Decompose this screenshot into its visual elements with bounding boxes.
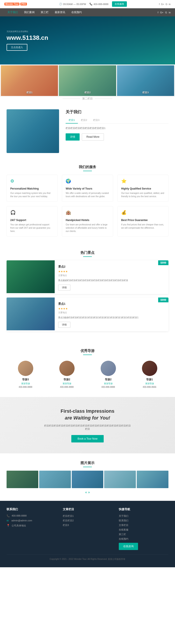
- nav-col3[interactable]: 第三栏: [38, 8, 52, 16]
- hotspot-meta-1: 主要地点: [58, 274, 165, 277]
- nav-about[interactable]: 关于我们: [4, 8, 21, 16]
- guide-phone-1: 400-888-8888: [9, 386, 42, 388]
- nav-googleplus-icon[interactable]: G+: [160, 11, 164, 14]
- footer-quick-link-2[interactable]: 联系我们: [119, 519, 168, 522]
- google-icon[interactable]: G: [166, 3, 168, 6]
- category-label-1: 栏目1: [1, 91, 58, 94]
- footer-link-1[interactable]: 栏目栏目1: [63, 514, 112, 518]
- gallery-section: 图片展示 « »: [0, 454, 175, 501]
- logo: Wonder Tour PRO: [4, 2, 27, 6]
- about-tabs: 栏目1 栏目2 栏目3: [66, 117, 168, 124]
- footer-address-item: 📍 公司具体地址: [6, 524, 56, 527]
- nav-linkedin-icon[interactable]: in: [169, 11, 170, 14]
- hero-section: 无忧旅游网完全原创网站 www.51138.cn 立点击进入: [0, 16, 175, 64]
- qualified-service-icon: ⭐: [121, 178, 128, 185]
- gallery-item-2[interactable]: [39, 471, 71, 488]
- hotspots-title: 热门景点: [6, 245, 168, 260]
- guide-name-2: 导游2: [50, 378, 84, 382]
- footer-address-text: 公司具体地址: [12, 524, 26, 527]
- price-guarantee-icon: 💰: [121, 210, 128, 217]
- footer-quick-link-5[interactable]: 第三栏: [119, 533, 168, 536]
- about-title: 关于我们: [66, 109, 168, 114]
- gallery-grid: [6, 471, 168, 488]
- google-plus-icon[interactable]: G+: [161, 3, 164, 6]
- guide-avatar-3: [100, 361, 116, 376]
- facebook-icon[interactable]: f: [159, 3, 160, 6]
- online-service-button[interactable]: 在线服务: [112, 1, 127, 7]
- footer-copyright: Copyright © 2021 - 2022 Wonder Tour. All…: [50, 558, 126, 560]
- hero-cta-button[interactable]: 立点击进入: [6, 44, 27, 51]
- about-readmore-button[interactable]: Read More: [82, 133, 104, 140]
- footer-quick-link-4[interactable]: 在线客服: [119, 528, 168, 532]
- hotspots-title-underline: [83, 256, 92, 257]
- guide-phone-2: 400-888-8888: [50, 386, 84, 388]
- guides-title-underline: [83, 354, 92, 355]
- gallery-pagination[interactable]: « »: [6, 488, 168, 496]
- clock-icon: 🕐: [59, 2, 62, 6]
- about-detail-button[interactable]: 详情: [66, 133, 80, 140]
- cta-description: 栏目栏目栏目栏目栏目栏目栏目栏目栏目栏目栏目栏目栏目栏目栏目栏目栏目栏目栏目: [44, 424, 131, 431]
- hotspot-stars-2: ★★★★: [58, 307, 165, 310]
- hotspots-section: 热门景点 $999 景点2 ★★★★ 主要地点 景点描述栏目栏目栏目栏目栏目栏目…: [0, 243, 175, 341]
- hotspot-detail-button-2[interactable]: 详情: [58, 322, 70, 328]
- footer-phone-item: 📞 400-888-8888: [6, 514, 56, 518]
- nav-links: 关于我们 我们案例 第三栏 最新资讯 在线预约: [4, 8, 85, 16]
- footer-phone-text: 400-888-8888: [12, 514, 27, 517]
- guide-name-1: 导游3: [9, 378, 42, 382]
- about-tab-2[interactable]: 栏目2: [78, 117, 90, 124]
- hero-title: www.51138.cn: [6, 34, 48, 41]
- hotspot-content-2: $999 景点1 ★★★★ 主要地点 景点1描述栏目栏目栏目1栏目1栏目1栏目1…: [58, 298, 168, 331]
- about-tab-3[interactable]: 栏目3: [90, 117, 102, 124]
- footer-quick-link-3[interactable]: 文章栏目: [119, 524, 168, 527]
- contact-info: 🕐 09:00AM — 05:00PM 📞 400-888-8888 在线服务: [59, 1, 127, 7]
- hotspot-desc-1: 景点描述栏目栏目栏目栏目栏目栏目栏目栏目栏目栏目栏目栏目栏目栏目: [58, 279, 165, 282]
- gallery-item-3[interactable]: [72, 471, 104, 488]
- guide-item-2: 导游2 资深导游 400-888-8888: [48, 358, 86, 390]
- nav-news[interactable]: 最新资讯: [52, 8, 68, 16]
- logo-badge: PRO: [20, 2, 27, 6]
- gallery-item-5[interactable]: [137, 471, 168, 488]
- gallery-title-underline: [83, 467, 92, 467]
- guide-role-1: 资深导游: [9, 382, 42, 385]
- footer-links-col: 文章栏目 栏目栏目1 栏目栏目2 栏目3: [63, 507, 112, 550]
- service-desc-5: Our team are professional and offer a la…: [66, 223, 109, 233]
- footer-location-icon: 📍: [6, 524, 10, 527]
- hotspot-price-2: $999: [158, 298, 168, 302]
- guide-item-4: 导游1 资深导游 400-888-8666: [130, 358, 168, 390]
- about-text: 栏目栏目栏目栏目栏目栏目栏目栏目1: [66, 126, 168, 130]
- nav-booking[interactable]: 在线预约: [68, 8, 85, 16]
- category-card-2[interactable]: 栏目2: [59, 65, 116, 96]
- gallery-item-4[interactable]: [104, 471, 136, 488]
- guide-item-1: 导游3 资深导游 400-888-8888: [6, 358, 44, 390]
- service-item-2: 🌍 Wide Variety of Tours We offer a wide …: [62, 175, 113, 202]
- cta-heading: First-class Impressions are Waiting for …: [6, 408, 168, 422]
- footer-grid: 联系我们 📞 400-888-8888 ✉ admin@admin.com 📍 …: [6, 507, 168, 550]
- service-item-3: ⭐ Highly Qualified Service Our tour mana…: [118, 175, 168, 202]
- gallery-item-1[interactable]: [6, 471, 38, 488]
- guide-name-3: 导游2: [92, 378, 125, 382]
- hotels-icon: 🏨: [66, 210, 72, 217]
- footer-link-3[interactable]: 栏目3: [63, 524, 112, 527]
- cta-banner: First-class Impressions are Waiting for …: [0, 397, 175, 454]
- linkedin-icon[interactable]: in: [169, 3, 170, 6]
- hotspot-item-1: $999 景点2 ★★★★ 主要地点 景点描述栏目栏目栏目栏目栏目栏目栏目栏目栏…: [6, 260, 168, 294]
- nav-google-icon[interactable]: G: [165, 11, 167, 14]
- services-title: 我们的服务: [6, 160, 168, 175]
- footer-quick-link-6[interactable]: 在线预约: [119, 537, 168, 540]
- hero-watermark: 无忧旅游网完全原创网站: [6, 30, 48, 33]
- nav-cases[interactable]: 我们案例: [21, 8, 38, 16]
- footer-consult-button[interactable]: 在线咨询: [119, 543, 138, 550]
- category-card-3[interactable]: 栏目3: [117, 65, 174, 96]
- gallery-title: 图片展示: [6, 456, 168, 471]
- navigation: 关于我们 我们案例 第三栏 最新资讯 在线预约 f G+ G in: [0, 8, 175, 16]
- social-links-top: f G+ G in: [159, 3, 170, 6]
- footer-quick-link-1[interactable]: 关于我们: [119, 514, 168, 518]
- cta-book-button[interactable]: Book a Tour Now: [71, 435, 104, 442]
- category-card-1[interactable]: 栏目1: [1, 65, 58, 96]
- about-tab-1[interactable]: 栏目1: [66, 117, 78, 124]
- nav-facebook-icon[interactable]: f: [158, 11, 158, 14]
- hotspot-detail-button-1[interactable]: 详情: [58, 284, 70, 290]
- guide-phone-3: 400-888-8888: [92, 386, 125, 388]
- category-label-2: 栏目2: [59, 91, 116, 94]
- footer-link-2[interactable]: 栏目栏目2: [63, 519, 112, 522]
